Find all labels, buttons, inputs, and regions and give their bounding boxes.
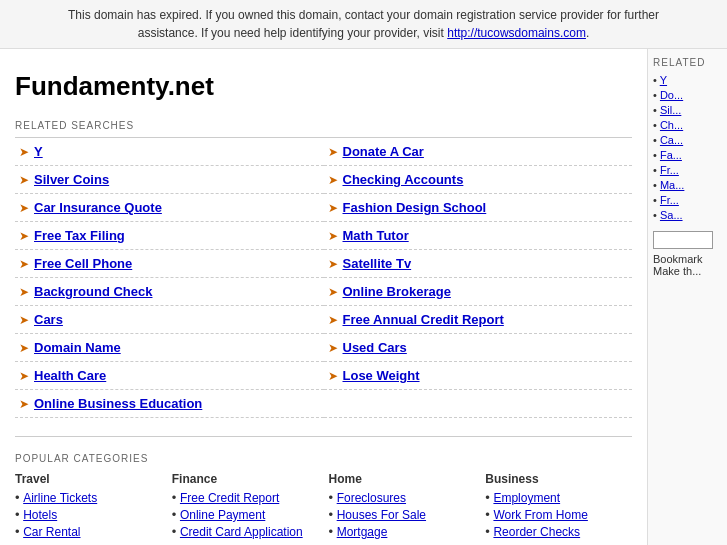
search-link-free-tax-filing[interactable]: Free Tax Filing [34, 228, 125, 243]
link-credit-card-application[interactable]: Credit Card Application [180, 525, 303, 539]
right-link-fr2[interactable]: Fr... [660, 194, 679, 206]
list-item[interactable]: Ca... [653, 134, 722, 146]
search-link-online-business-education[interactable]: Online Business Education [34, 396, 202, 411]
link-reorder-checks[interactable]: Reorder Checks [493, 525, 580, 539]
right-link-sil[interactable]: Sil... [660, 104, 681, 116]
list-item[interactable]: Houses For Sale [329, 507, 476, 522]
link-car-rental[interactable]: Car Rental [23, 525, 80, 539]
list-item[interactable]: Reorder Checks [485, 524, 632, 539]
search-item-checking-accounts[interactable]: ➤ Checking Accounts [324, 166, 633, 194]
list-item[interactable]: Mortgage [329, 524, 476, 539]
right-link-y[interactable]: Y [660, 74, 667, 86]
list-item[interactable]: Credit Card Application [172, 524, 319, 539]
search-link-silver-coins[interactable]: Silver Coins [34, 172, 109, 187]
link-houses-for-sale[interactable]: Houses For Sale [337, 508, 426, 522]
list-item[interactable]: Airline Tickets [15, 490, 162, 505]
list-item[interactable]: Y [653, 74, 722, 86]
list-item[interactable]: Sil... [653, 104, 722, 116]
category-home-title: Home [329, 472, 476, 486]
search-item-health-care[interactable]: ➤ Health Care [15, 362, 324, 390]
search-link-health-care[interactable]: Health Care [34, 368, 106, 383]
list-item[interactable]: Ma... [653, 179, 722, 191]
right-link-do[interactable]: Do... [660, 89, 683, 101]
search-item-cars[interactable]: ➤ Cars [15, 306, 324, 334]
make-label: Make th... [653, 265, 722, 277]
search-item-y-left[interactable]: ➤ Y [15, 138, 324, 166]
right-link-sa[interactable]: Sa... [660, 209, 683, 221]
category-travel: Travel Airline Tickets Hotels Car Rental [15, 472, 162, 541]
right-panel: RELATED Y Do... Sil... Ch... Ca... Fa...… [647, 49, 727, 545]
search-link-satellite-tv[interactable]: Satellite Tv [343, 256, 412, 271]
search-link-fashion-design-school[interactable]: Fashion Design School [343, 200, 487, 215]
list-item[interactable]: Employment [485, 490, 632, 505]
arrow-icon: ➤ [19, 397, 29, 411]
notice-link[interactable]: http://tucowsdomains.com [447, 26, 586, 40]
search-item-free-cell-phone[interactable]: ➤ Free Cell Phone [15, 250, 324, 278]
link-foreclosures[interactable]: Foreclosures [337, 491, 406, 505]
right-link-fr[interactable]: Fr... [660, 164, 679, 176]
link-free-credit-report[interactable]: Free Credit Report [180, 491, 279, 505]
list-item[interactable]: Work From Home [485, 507, 632, 522]
list-item[interactable]: Foreclosures [329, 490, 476, 505]
list-item[interactable]: Fr... [653, 194, 722, 206]
link-mortgage[interactable]: Mortgage [337, 525, 388, 539]
list-item[interactable]: Do... [653, 89, 722, 101]
search-link-math-tutor[interactable]: Math Tutor [343, 228, 409, 243]
list-item[interactable]: Fa... [653, 149, 722, 161]
search-grid: ➤ Y ➤ Donate A Car ➤ Silver Coins ➤ Chec… [15, 137, 632, 418]
search-item-used-cars[interactable]: ➤ Used Cars [324, 334, 633, 362]
link-online-payment[interactable]: Online Payment [180, 508, 265, 522]
search-item-free-tax-filing[interactable]: ➤ Free Tax Filing [15, 222, 324, 250]
right-link-ma[interactable]: Ma... [660, 179, 684, 191]
search-link-checking-accounts[interactable]: Checking Accounts [343, 172, 464, 187]
popular-categories-section: POPULAR CATEGORIES Travel Airline Ticket… [15, 436, 632, 541]
list-item[interactable]: Ch... [653, 119, 722, 131]
search-item-free-annual-credit-report[interactable]: ➤ Free Annual Credit Report [324, 306, 633, 334]
search-link-free-annual-credit-report[interactable]: Free Annual Credit Report [343, 312, 504, 327]
search-item-silver-coins[interactable]: ➤ Silver Coins [15, 166, 324, 194]
right-link-ch[interactable]: Ch... [660, 119, 683, 131]
arrow-icon: ➤ [328, 369, 338, 383]
right-link-ca[interactable]: Ca... [660, 134, 683, 146]
search-link-free-cell-phone[interactable]: Free Cell Phone [34, 256, 132, 271]
search-link-domain-name[interactable]: Domain Name [34, 340, 121, 355]
search-item-donate-a-car[interactable]: ➤ Donate A Car [324, 138, 633, 166]
search-item-car-insurance-quote[interactable]: ➤ Car Insurance Quote [15, 194, 324, 222]
category-finance-title: Finance [172, 472, 319, 486]
right-panel-list: Y Do... Sil... Ch... Ca... Fa... Fr... M… [653, 74, 722, 221]
link-work-from-home[interactable]: Work From Home [493, 508, 587, 522]
arrow-icon: ➤ [328, 201, 338, 215]
arrow-icon: ➤ [19, 173, 29, 187]
list-item[interactable]: Fr... [653, 164, 722, 176]
arrow-icon: ➤ [19, 201, 29, 215]
search-item-online-business-education[interactable]: ➤ Online Business Education [15, 390, 324, 418]
arrow-icon: ➤ [328, 145, 338, 159]
site-title: Fundamenty.net [15, 59, 632, 112]
list-item[interactable]: Sa... [653, 209, 722, 221]
search-link-online-brokerage[interactable]: Online Brokerage [343, 284, 451, 299]
search-item-online-brokerage[interactable]: ➤ Online Brokerage [324, 278, 633, 306]
search-link-cars[interactable]: Cars [34, 312, 63, 327]
search-item-math-tutor[interactable]: ➤ Math Tutor [324, 222, 633, 250]
list-item[interactable]: Free Credit Report [172, 490, 319, 505]
link-hotels[interactable]: Hotels [23, 508, 57, 522]
search-link-car-insurance-quote[interactable]: Car Insurance Quote [34, 200, 162, 215]
link-employment[interactable]: Employment [493, 491, 560, 505]
search-link-donate-a-car[interactable]: Donate A Car [343, 144, 424, 159]
search-item-background-check[interactable]: ➤ Background Check [15, 278, 324, 306]
search-item-fashion-design-school[interactable]: ➤ Fashion Design School [324, 194, 633, 222]
list-item[interactable]: Hotels [15, 507, 162, 522]
search-item-satellite-tv[interactable]: ➤ Satellite Tv [324, 250, 633, 278]
search-link-background-check[interactable]: Background Check [34, 284, 152, 299]
search-item-domain-name[interactable]: ➤ Domain Name [15, 334, 324, 362]
bookmark-label: Bookmark [653, 253, 722, 265]
right-link-fa[interactable]: Fa... [660, 149, 682, 161]
search-link-used-cars[interactable]: Used Cars [343, 340, 407, 355]
search-link-lose-weight[interactable]: Lose Weight [343, 368, 420, 383]
list-item[interactable]: Car Rental [15, 524, 162, 539]
search-item-lose-weight[interactable]: ➤ Lose Weight [324, 362, 633, 390]
bookmark-input[interactable] [653, 231, 713, 249]
list-item[interactable]: Online Payment [172, 507, 319, 522]
link-airline-tickets[interactable]: Airline Tickets [23, 491, 97, 505]
search-link-y[interactable]: Y [34, 144, 43, 159]
